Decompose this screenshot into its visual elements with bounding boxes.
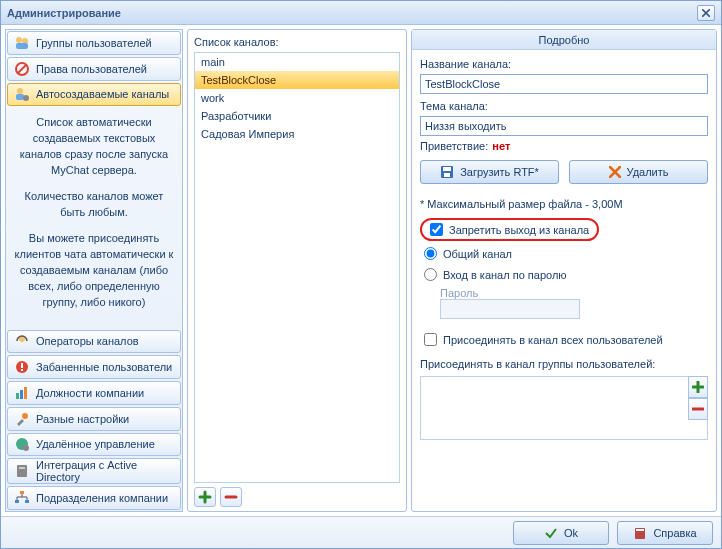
- server-icon: [14, 463, 30, 479]
- channel-name-input[interactable]: [420, 74, 708, 94]
- window-close-button[interactable]: [697, 5, 715, 21]
- help-button[interactable]: Справка: [617, 521, 713, 545]
- svg-rect-6: [16, 94, 24, 100]
- exclamation-icon: [14, 359, 30, 375]
- svg-rect-14: [24, 387, 27, 399]
- svg-rect-20: [20, 491, 24, 494]
- nav-active-directory[interactable]: Интеграция с Active Directory: [7, 458, 181, 484]
- max-file-size-note: * Максимальный размер файла - 3,00M: [420, 198, 708, 210]
- greeting-row: Приветствие: нет: [420, 140, 708, 152]
- details-pane: Подробно Название канала: Тема канала: П…: [411, 29, 717, 512]
- channel-topic-input[interactable]: [420, 116, 708, 136]
- nav-auto-channels[interactable]: Автосоздаваемые каналы: [7, 83, 181, 107]
- nav-user-rights[interactable]: Права пользователей: [7, 57, 181, 81]
- users-icon: [14, 35, 30, 51]
- nav-user-groups[interactable]: Группы пользователей: [7, 31, 181, 55]
- channels-toolbar: [194, 483, 400, 507]
- svg-rect-11: [21, 369, 23, 371]
- join-all-checkbox[interactable]: [424, 333, 437, 346]
- greeting-label: Приветствие:: [420, 140, 488, 152]
- forbid-exit-highlight: Запретить выход из канала: [420, 218, 599, 241]
- remove-channel-button[interactable]: [220, 487, 242, 507]
- channels-list[interactable]: mainTestBlockCloseworkРазработчикиСадова…: [194, 52, 400, 483]
- delete-button[interactable]: Удалить: [569, 160, 708, 184]
- dialog-footer: Ok Справка: [1, 516, 721, 548]
- org-tree-icon: [14, 490, 30, 506]
- svg-rect-10: [21, 363, 23, 368]
- svg-rect-19: [19, 467, 25, 469]
- public-channel-label: Общий канал: [443, 248, 512, 260]
- svg-rect-21: [15, 500, 19, 503]
- left-nav-pane: Группы пользователей Права пользователей…: [5, 29, 183, 512]
- password-label: Пароль: [440, 287, 708, 299]
- svg-point-7: [23, 95, 29, 101]
- svg-rect-24: [443, 167, 451, 171]
- svg-rect-13: [20, 390, 23, 399]
- titlebar: Администрирование: [1, 1, 721, 25]
- channels-pane: Список каналов: mainTestBlockCloseworkРа…: [187, 29, 407, 512]
- join-all-label: Присоединять в канал всех пользователей: [443, 334, 663, 346]
- channel-list-item[interactable]: Садовая Империя: [195, 125, 399, 143]
- channel-name-label: Название канала:: [420, 58, 708, 70]
- password-input: [440, 299, 580, 319]
- svg-point-15: [22, 413, 28, 419]
- channel-list-item[interactable]: TestBlockClose: [195, 71, 399, 89]
- password-channel-radio[interactable]: [424, 268, 437, 281]
- details-body: Название канала: Тема канала: Приветстви…: [412, 50, 716, 446]
- nav-description: Список автоматически создаваемых текстов…: [6, 107, 182, 328]
- svg-point-0: [16, 37, 22, 43]
- join-groups-list[interactable]: [420, 376, 708, 440]
- book-icon: [633, 526, 647, 540]
- forbid-exit-checkbox[interactable]: [430, 223, 443, 236]
- minus-icon: [692, 403, 704, 415]
- svg-rect-2: [16, 43, 28, 49]
- nav-banned-users[interactable]: Забаненные пользователи: [7, 355, 181, 379]
- svg-rect-25: [444, 173, 450, 177]
- password-channel-label: Вход в канал по паролю: [443, 269, 567, 281]
- bar-chart-icon: [14, 385, 30, 401]
- details-header: Подробно: [412, 30, 716, 50]
- content-area: Группы пользователей Права пользователей…: [1, 25, 721, 516]
- nav-remote-management[interactable]: Удалённое управление: [7, 433, 181, 457]
- nav-channel-operators[interactable]: Операторы каналов: [7, 330, 181, 354]
- nav-company-departments[interactable]: Подразделения компании: [7, 486, 181, 510]
- channels-list-label: Список каналов:: [194, 32, 400, 52]
- channel-topic-label: Тема канала:: [420, 100, 708, 112]
- greeting-value: нет: [492, 140, 510, 152]
- svg-line-4: [18, 65, 26, 73]
- channel-list-item[interactable]: main: [195, 53, 399, 71]
- minus-icon: [224, 490, 238, 504]
- nav-company-positions[interactable]: Должности компании: [7, 381, 181, 405]
- plus-icon: [198, 490, 212, 504]
- forbid-exit-label: Запретить выход из канала: [449, 224, 589, 236]
- plus-icon: [692, 381, 704, 393]
- add-channel-button[interactable]: [194, 487, 216, 507]
- load-rtf-button[interactable]: Загрузить RTF*: [420, 160, 559, 184]
- globe-gear-icon: [14, 436, 30, 452]
- no-entry-icon: [14, 61, 30, 77]
- password-section: Пароль: [440, 287, 708, 319]
- svg-point-17: [23, 445, 29, 451]
- ok-button[interactable]: Ok: [513, 521, 609, 545]
- save-icon: [440, 165, 454, 179]
- check-icon: [544, 526, 558, 540]
- svg-rect-18: [17, 465, 27, 477]
- svg-rect-27: [636, 529, 644, 531]
- tools-icon: [14, 411, 30, 427]
- delete-icon: [609, 166, 621, 178]
- add-group-button[interactable]: [688, 376, 708, 398]
- channel-list-item[interactable]: work: [195, 89, 399, 107]
- public-channel-radio[interactable]: [424, 247, 437, 260]
- svg-rect-12: [16, 393, 19, 399]
- remove-group-button[interactable]: [688, 398, 708, 420]
- admin-window: Администрирование Группы пользователей П…: [0, 0, 722, 549]
- channel-list-item[interactable]: Разработчики: [195, 107, 399, 125]
- svg-rect-22: [25, 500, 29, 503]
- window-title: Администрирование: [7, 7, 121, 19]
- headset-icon: [14, 333, 30, 349]
- nav-misc-settings[interactable]: Разные настройки: [7, 407, 181, 431]
- close-icon: [702, 9, 710, 17]
- person-gear-icon: [14, 86, 30, 102]
- join-groups-label: Присоединять в канал группы пользователе…: [420, 358, 708, 370]
- svg-point-5: [17, 88, 23, 94]
